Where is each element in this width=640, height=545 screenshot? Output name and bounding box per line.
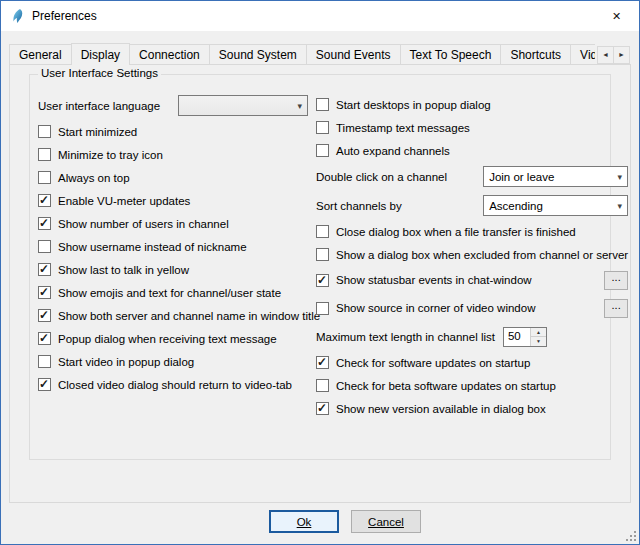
checkbox-label: Show both server and channel name in win… bbox=[58, 310, 320, 322]
statusbar-events-row[interactable]: Show statusbar events in chat-window ... bbox=[316, 270, 628, 290]
tab[interactable]: Text To Speech bbox=[400, 44, 502, 65]
tab-panel-display: User Interface Settings User interface l… bbox=[9, 64, 631, 503]
checkbox[interactable] bbox=[38, 309, 51, 322]
tab-label: General bbox=[19, 48, 62, 62]
preferences-window: Preferences ✕ General Display Connection bbox=[0, 0, 640, 545]
resize-grip[interactable] bbox=[624, 529, 637, 542]
tab-list: General Display Connection Sound System … bbox=[9, 43, 595, 65]
checkbox-label: Timestamp text messages bbox=[336, 122, 470, 134]
sort-channels-combo[interactable]: Ascending ▾ bbox=[483, 195, 628, 216]
tab-label: Sound System bbox=[219, 48, 297, 62]
checkbox[interactable] bbox=[316, 98, 329, 111]
tab-label: Sound Events bbox=[316, 48, 391, 62]
tab[interactable]: Video bbox=[570, 44, 595, 65]
cancel-button[interactable]: Cancel bbox=[351, 510, 421, 533]
checkbox-row[interactable]: Show emojis and text for channel/user st… bbox=[38, 285, 308, 300]
checkbox-row[interactable]: Timestamp text messages bbox=[316, 120, 628, 135]
close-button[interactable]: ✕ bbox=[594, 1, 639, 31]
language-label: User interface language bbox=[38, 100, 160, 112]
tab-label: Video bbox=[580, 48, 595, 62]
checkbox-row[interactable]: Show username instead of nickname bbox=[38, 239, 308, 254]
checkbox-row[interactable]: Enable VU-meter updates bbox=[38, 193, 308, 208]
video-source-more-button[interactable]: ... bbox=[604, 299, 628, 318]
checkbox[interactable] bbox=[316, 225, 329, 238]
window-title: Preferences bbox=[32, 9, 97, 23]
checkbox-row[interactable]: Minimize to tray icon bbox=[38, 147, 308, 162]
ok-button[interactable]: Ok bbox=[269, 510, 339, 533]
tab[interactable]: Sound Events bbox=[306, 44, 401, 65]
tab[interactable]: Display bbox=[71, 43, 130, 65]
video-source-row[interactable]: Show source in corner of video window ..… bbox=[316, 298, 628, 318]
tab[interactable]: Shortcuts bbox=[500, 44, 571, 65]
checkbox[interactable] bbox=[38, 378, 51, 391]
double-click-combo[interactable]: Join or leave ▾ bbox=[483, 166, 628, 187]
statusbar-events-more-button[interactable]: ... bbox=[604, 271, 628, 290]
checkbox-row[interactable]: Show a dialog box when excluded from cha… bbox=[316, 247, 628, 262]
checkbox[interactable] bbox=[38, 332, 51, 345]
checkbox-label: Start minimized bbox=[58, 126, 137, 138]
checkbox[interactable] bbox=[38, 125, 51, 138]
checkbox[interactable] bbox=[316, 248, 329, 261]
tab-label: Text To Speech bbox=[410, 48, 492, 62]
tab-bar: General Display Connection Sound System … bbox=[9, 43, 595, 65]
checkbox-row[interactable]: Check for software updates on startup bbox=[316, 355, 628, 370]
checkbox-row[interactable]: Popup dialog when receiving text message bbox=[38, 331, 308, 346]
tab[interactable]: General bbox=[9, 44, 72, 65]
checkbox-row[interactable]: Show new version available in dialog box bbox=[316, 401, 628, 416]
spinner-buttons: ▲ ▼ bbox=[530, 328, 546, 346]
checkbox[interactable] bbox=[38, 171, 51, 184]
titlebar[interactable]: Preferences ✕ bbox=[1, 1, 639, 31]
video-source-checkbox[interactable] bbox=[316, 302, 329, 315]
checkbox-row[interactable]: Start minimized bbox=[38, 124, 308, 139]
max-text-length-spinner[interactable]: 50 ▲ ▼ bbox=[503, 327, 547, 347]
sort-channels-label: Sort channels by bbox=[316, 200, 402, 212]
app-icon bbox=[10, 8, 26, 24]
checkbox[interactable] bbox=[38, 217, 51, 230]
checkbox[interactable] bbox=[38, 240, 51, 253]
checkbox-row[interactable]: Show number of users in channel bbox=[38, 216, 308, 231]
close-icon: ✕ bbox=[612, 10, 621, 23]
max-text-length-row: Maximum text length in channel list 50 ▲… bbox=[316, 326, 628, 347]
checkbox-row[interactable]: Check for beta software updates on start… bbox=[316, 378, 628, 393]
checkbox[interactable] bbox=[38, 263, 51, 276]
checkbox-label: Closed video dialog should return to vid… bbox=[58, 379, 292, 391]
double-click-label: Double click on a channel bbox=[316, 171, 447, 183]
tab[interactable]: Connection bbox=[129, 44, 210, 65]
checkbox-row[interactable]: Always on top bbox=[38, 170, 308, 185]
checkbox[interactable] bbox=[316, 356, 329, 369]
spinner-value[interactable]: 50 bbox=[504, 328, 530, 346]
tab-scroll-left-button[interactable]: ◄ bbox=[597, 46, 614, 64]
checkbox-row[interactable]: Closed video dialog should return to vid… bbox=[38, 377, 308, 392]
spinner-down-button[interactable]: ▼ bbox=[531, 337, 546, 346]
checkbox-row[interactable]: Start desktops in popup dialog bbox=[316, 97, 628, 112]
checkbox-row[interactable]: Start video in popup dialog bbox=[38, 354, 308, 369]
combo-value: Join or leave bbox=[489, 171, 554, 183]
spinner-up-button[interactable]: ▲ bbox=[531, 328, 546, 338]
checkbox[interactable] bbox=[38, 286, 51, 299]
tab-scroll-control: ◄ ► bbox=[597, 46, 630, 64]
footer: Ok Cancel bbox=[1, 510, 639, 533]
right-arrow-icon: ► bbox=[618, 51, 625, 58]
sort-channels-row: Sort channels by Ascending ▾ bbox=[316, 195, 628, 216]
statusbar-events-checkbox[interactable] bbox=[316, 274, 329, 287]
tab-label: Display bbox=[81, 48, 120, 62]
checkbox-row[interactable]: Close dialog box when a file transfer is… bbox=[316, 224, 628, 239]
tab-scroll-right-button[interactable]: ► bbox=[613, 46, 630, 64]
checkbox[interactable] bbox=[38, 355, 51, 368]
left-arrow-icon: ◄ bbox=[602, 51, 609, 58]
checkbox-label: Show last to talk in yellow bbox=[58, 264, 189, 276]
checkbox[interactable] bbox=[316, 402, 329, 415]
checkbox-label: Auto expand channels bbox=[336, 145, 450, 157]
checkbox[interactable] bbox=[38, 194, 51, 207]
checkbox[interactable] bbox=[316, 121, 329, 134]
checkbox[interactable] bbox=[38, 148, 51, 161]
tab[interactable]: Sound System bbox=[209, 44, 307, 65]
language-combo[interactable]: ▾ bbox=[178, 95, 308, 116]
checkbox-row[interactable]: Show both server and channel name in win… bbox=[38, 308, 308, 323]
checkbox-row[interactable]: Auto expand channels bbox=[316, 143, 628, 158]
up-arrow-icon: ▲ bbox=[536, 329, 541, 335]
checkbox[interactable] bbox=[316, 144, 329, 157]
checkbox-label: Show number of users in channel bbox=[58, 218, 229, 230]
checkbox-row[interactable]: Show last to talk in yellow bbox=[38, 262, 308, 277]
checkbox[interactable] bbox=[316, 379, 329, 392]
